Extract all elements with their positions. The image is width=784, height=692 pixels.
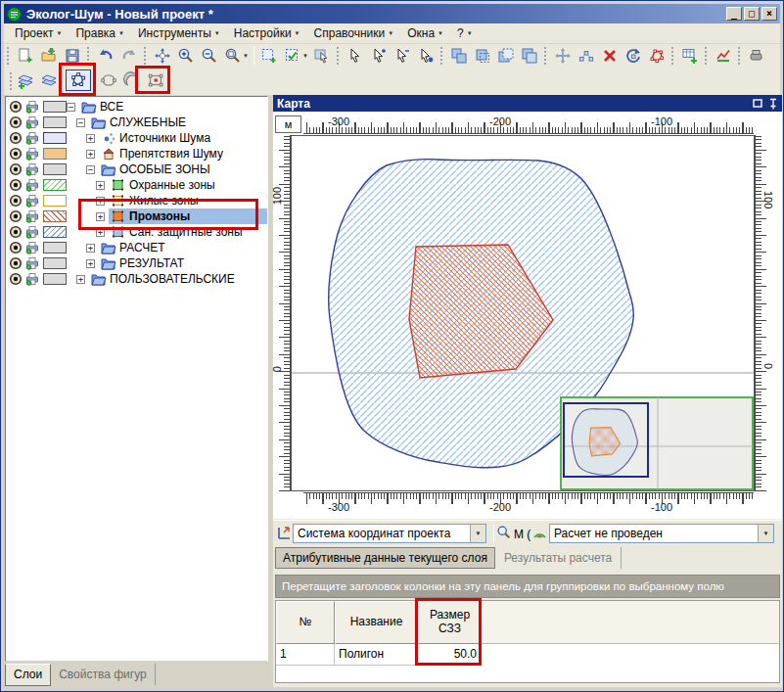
close-button[interactable]: × — [761, 7, 777, 21]
layer-color-swatch[interactable] — [43, 210, 67, 222]
layer-color-swatch[interactable] — [43, 226, 67, 238]
print-icon[interactable] — [25, 147, 39, 161]
shape-subtract-button[interactable] — [494, 45, 518, 67]
visibility-icon[interactable] — [9, 147, 23, 161]
layer-row-result[interactable]: + РЕЗУЛЬТАТ — [6, 255, 267, 271]
redo-button[interactable] — [117, 45, 141, 67]
chevron-down-icon[interactable]: ▼ — [470, 525, 485, 542]
shape-xor-button[interactable] — [518, 45, 541, 67]
menu-edit[interactable]: Правка▼ — [69, 24, 131, 43]
print-icon[interactable] — [25, 209, 39, 223]
cell-name[interactable]: Полигон — [335, 644, 418, 666]
overview-inset[interactable] — [561, 397, 753, 489]
menu-settings[interactable]: Настройки▼ — [227, 24, 307, 43]
print-icon[interactable] — [25, 115, 39, 129]
layer-color-swatch[interactable] — [43, 163, 67, 175]
float-window-icon[interactable] — [753, 99, 762, 109]
select-area-add-button[interactable] — [257, 45, 281, 67]
layer-label[interactable]: РЕЗУЛЬТАТ — [116, 256, 188, 270]
reshape-polygon-button[interactable] — [645, 45, 669, 67]
layer-row-all[interactable]: − ВСЕ — [6, 99, 267, 115]
layer-color-swatch[interactable] — [43, 273, 67, 285]
visibility-icon[interactable] — [9, 115, 23, 129]
toolbar-grip[interactable] — [705, 47, 710, 65]
tree-expander[interactable]: + — [86, 150, 95, 159]
toolbar-grip[interactable] — [7, 47, 12, 65]
column-header-num[interactable]: № — [276, 601, 335, 644]
draw-ellipse-button[interactable] — [97, 69, 120, 91]
layer-manager-button[interactable] — [37, 69, 61, 91]
print-icon[interactable] — [25, 256, 39, 270]
tree-expander[interactable]: − — [67, 103, 75, 112]
print-icon[interactable] — [25, 178, 39, 192]
visibility-icon[interactable] — [9, 256, 23, 270]
pointer-button[interactable] — [344, 45, 367, 67]
shape-union-button[interactable] — [447, 45, 471, 67]
menu-tools[interactable]: Инструменты▼ — [131, 24, 227, 43]
zoom-extent-button[interactable] — [221, 45, 245, 67]
tree-expander[interactable]: − — [86, 165, 95, 174]
pointer-subtract-button[interactable] — [391, 45, 414, 67]
visibility-icon[interactable] — [9, 162, 23, 176]
tree-expander[interactable]: + — [86, 134, 95, 143]
add-attribute-table-button[interactable] — [678, 45, 702, 67]
minimize-button[interactable]: _ — [726, 7, 742, 21]
coordinate-system-select[interactable]: Система координат проекта▼ — [293, 524, 486, 543]
layer-label[interactable]: ПОЛЬЗОВАТЕЛЬСКИЕ — [107, 272, 239, 286]
rotate-object-button[interactable] — [622, 45, 645, 67]
tab-calculation-results[interactable]: Результаты расчета — [495, 547, 622, 569]
layer-row-special-zones[interactable]: − ОСОБЫЕ ЗОНЫ — [6, 161, 267, 177]
tab-figure-properties[interactable]: Свойства фигур — [51, 664, 156, 685]
layer-row-service[interactable]: − СЛУЖЕБНЫЕ — [6, 115, 267, 130]
menu-references[interactable]: Справочники▼ — [307, 24, 401, 43]
print-icon[interactable] — [25, 100, 39, 114]
print-icon[interactable] — [25, 272, 39, 286]
add-layer-button[interactable] — [14, 69, 37, 91]
layer-row-protected-zones[interactable]: + Охранные зоны — [6, 177, 267, 193]
visibility-icon[interactable] — [9, 131, 23, 145]
new-project-button[interactable] — [14, 45, 37, 67]
layer-color-swatch[interactable] — [43, 132, 67, 144]
tree-expander[interactable]: + — [86, 244, 95, 253]
layer-label[interactable]: РАСЧЕТ — [116, 241, 169, 254]
layer-row-noise-obstacles[interactable]: + Препятствия Шуму — [6, 146, 267, 161]
layer-color-swatch[interactable] — [43, 179, 67, 191]
chevron-down-icon[interactable]: ▼ — [758, 525, 773, 542]
layer-color-swatch[interactable] — [43, 257, 67, 269]
zoom-out-button[interactable] — [198, 45, 221, 67]
menu-help[interactable]: ?▼ — [450, 24, 480, 43]
print-icon[interactable] — [25, 131, 39, 145]
visibility-icon[interactable] — [9, 194, 23, 208]
toolbar-grip[interactable] — [738, 47, 743, 65]
layer-label[interactable]: СЛУЖЕБНЫЕ — [107, 115, 190, 129]
print-icon[interactable] — [25, 241, 39, 254]
tab-attribute-data[interactable]: Атрибутивные данные текущего слоя — [275, 547, 495, 569]
layer-label[interactable]: Охранные зоны — [126, 178, 219, 192]
layer-color-swatch[interactable] — [43, 242, 67, 254]
visibility-icon[interactable] — [9, 272, 23, 286]
tree-expander[interactable]: + — [96, 181, 105, 190]
pointer-node-button[interactable] — [414, 45, 438, 67]
group-by-bar[interactable]: Перетащите заголовок колонки на эту пане… — [275, 575, 780, 598]
move-object-button[interactable] — [551, 45, 575, 67]
column-header-name[interactable]: Название — [335, 601, 418, 644]
toolbar-grip[interactable] — [440, 47, 445, 65]
shape-intersect-button[interactable] — [471, 45, 494, 67]
print-icon[interactable] — [25, 225, 39, 239]
delete-object-button[interactable] — [598, 45, 622, 67]
select-apply-dropdown[interactable]: ▼ — [302, 53, 308, 59]
cell-num[interactable]: 1 — [276, 644, 335, 666]
edit-vertices-button[interactable] — [575, 45, 598, 67]
visibility-icon[interactable] — [9, 209, 23, 223]
menu-windows[interactable]: Окна▼ — [400, 24, 450, 43]
tree-expander[interactable]: + — [76, 275, 85, 284]
menu-project[interactable]: Проект▼ — [8, 24, 69, 43]
pointer-add-button[interactable] — [367, 45, 391, 67]
layer-label[interactable]: ОСОБЫЕ ЗОНЫ — [116, 162, 214, 176]
tab-layers[interactable]: Слои — [5, 664, 51, 686]
tree-expander[interactable]: + — [86, 259, 95, 268]
pin-icon[interactable] — [768, 98, 778, 110]
print-icon[interactable] — [25, 162, 39, 176]
layer-label[interactable]: Источники Шума — [116, 131, 214, 145]
layer-row-calculation[interactable]: + РАСЧЕТ — [6, 240, 267, 255]
